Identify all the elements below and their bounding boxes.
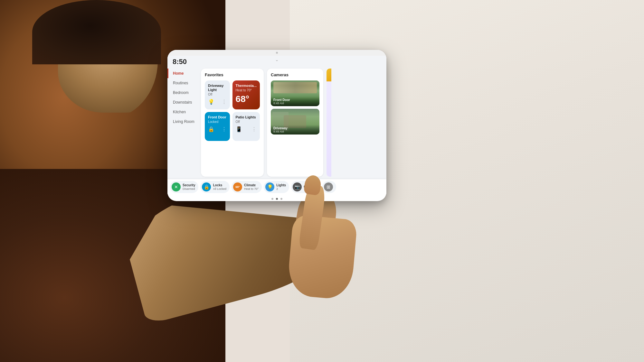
sidebar: Home Routines Bedroom Downstairs Kitchen… xyxy=(167,66,200,179)
status-bar: ✕ Security Disarmed 🔒 Locks All Locked 6… xyxy=(167,179,386,195)
sidebar-item-downstairs[interactable]: Downstairs xyxy=(167,97,200,107)
driveway-light-tile[interactable]: Driveway Light Off 💡 ⋮ xyxy=(205,80,230,109)
thermostat-temp: 68° xyxy=(236,94,257,104)
sidebar-item-livingroom[interactable]: Living Room xyxy=(167,117,200,126)
locks-label: Locks xyxy=(213,183,226,187)
tablet-screen: 8:50 ⌄ Home Routines Bedroom Downstairs xyxy=(167,56,386,195)
favorites-grid: Driveway Light Off 💡 ⋮ Thermosta... Heat… xyxy=(205,80,260,141)
driveway-camera[interactable]: Driveway 8:49 AM xyxy=(271,109,319,135)
locks-value: All Locked xyxy=(213,187,226,190)
climate-chip[interactable]: 68° Climate Heat to 70° xyxy=(232,181,262,193)
sidebar-item-bedroom[interactable]: Bedroom xyxy=(167,88,200,97)
front-door-bottom: 🔒 ⋮ xyxy=(208,126,227,132)
locks-icon: 🔒 xyxy=(202,182,211,191)
climate-value: Heat to 70° xyxy=(244,187,259,190)
cameras-chip-icon: 📷 xyxy=(293,182,302,191)
lights-value: 2 xyxy=(276,187,286,190)
patio-lights-menu[interactable]: ⋮ xyxy=(251,126,257,132)
front-door-status: Locked xyxy=(208,120,227,124)
thermostat-name: Thermosta... xyxy=(236,84,257,88)
partial-panel xyxy=(327,69,331,177)
tablet-top-bar xyxy=(167,50,386,56)
front-door-camera-name: Front Door xyxy=(273,98,317,102)
nav-dot-1[interactable] xyxy=(271,198,273,200)
nav-dot-3[interactable] xyxy=(280,198,282,200)
front-door-camera[interactable]: Front Door 8:48 AM xyxy=(271,80,319,106)
driveway-light-bottom: 💡 ⋮ xyxy=(208,99,227,105)
driveway-camera-time: 8:49 AM xyxy=(273,130,317,133)
nav-dot-2[interactable] xyxy=(276,198,278,200)
driveway-light-status: Off xyxy=(208,93,227,96)
front-door-name: Front Door xyxy=(208,115,227,119)
partial-yellow xyxy=(327,69,331,81)
front-door-camera-time: 8:48 AM xyxy=(273,102,317,105)
favorites-title: Favorites xyxy=(205,72,260,77)
security-value: Disarmed xyxy=(183,187,195,190)
lights-text: Lights 2 xyxy=(276,183,286,190)
sidebar-item-kitchen[interactable]: Kitchen xyxy=(167,107,200,117)
lights-icon: 💡 xyxy=(265,182,274,191)
patio-lights-name: Patio Lights xyxy=(236,115,257,119)
lock-icon: 🔒 xyxy=(208,126,214,132)
navigation-dots xyxy=(167,198,386,200)
driveway-camera-name: Driveway xyxy=(273,126,317,130)
cameras-text: Cameras xyxy=(304,185,317,189)
patio-lights-status: Off xyxy=(236,120,257,124)
security-label: Security xyxy=(183,183,195,187)
sidebar-item-home[interactable]: Home xyxy=(167,69,200,78)
climate-text: Climate Heat to 70° xyxy=(244,183,259,190)
climate-label: Climate xyxy=(244,183,259,187)
screen-header: 8:50 ⌄ xyxy=(167,56,386,66)
patio-lights-tile[interactable]: Patio Lights Off 📱 ⋮ xyxy=(232,112,260,141)
cameras-title: Cameras xyxy=(271,72,319,77)
tablet-camera xyxy=(276,52,278,54)
bulb-icon: 💡 xyxy=(208,99,214,105)
security-icon: ✕ xyxy=(172,182,181,191)
security-chip[interactable]: ✕ Security Disarmed xyxy=(170,181,198,193)
front-door-menu[interactable]: ⋮ xyxy=(222,126,227,132)
thermostat-status: Heat to 70° xyxy=(236,88,257,92)
driveway-light-name: Driveway Light xyxy=(208,84,227,92)
locks-chip[interactable]: 🔒 Locks All Locked xyxy=(200,181,230,193)
front-door-camera-overlay: Front Door 8:48 AM xyxy=(271,97,319,106)
cameras-panel: Cameras Front Door 8:48 AM xyxy=(267,69,323,177)
locks-text: Locks All Locked xyxy=(213,183,226,190)
lights-chip[interactable]: 💡 Lights 2 xyxy=(264,181,289,193)
grid-icon: ⊞ xyxy=(324,182,333,191)
lights-label: Lights xyxy=(276,183,286,187)
person-hair xyxy=(32,0,161,64)
sidebar-item-routines[interactable]: Routines xyxy=(167,78,200,88)
front-door-tile[interactable]: Front Door Locked 🔒 ⋮ xyxy=(205,112,230,141)
thermostat-tile[interactable]: Thermosta... Heat to 70° 68° xyxy=(232,80,260,109)
tablet-device: 8:50 ⌄ Home Routines Bedroom Downstairs xyxy=(167,50,386,201)
patio-lights-bottom: 📱 ⋮ xyxy=(236,126,257,132)
favorites-panel: Favorites Driveway Light Off 💡 ⋮ xyxy=(201,69,264,177)
climate-icon: 68° xyxy=(233,182,242,191)
cameras-chip-label: Cameras xyxy=(304,185,317,189)
cameras-chip[interactable]: 📷 Cameras xyxy=(291,181,320,193)
grid-chip[interactable]: ⊞ xyxy=(322,181,336,193)
driveway-light-menu[interactable]: ⋮ xyxy=(222,99,227,105)
patio-icon: 📱 xyxy=(236,126,242,132)
security-text: Security Disarmed xyxy=(183,183,195,190)
chevron-icon: ⌄ xyxy=(167,57,386,62)
driveway-camera-overlay: Driveway 8:49 AM xyxy=(271,125,319,135)
